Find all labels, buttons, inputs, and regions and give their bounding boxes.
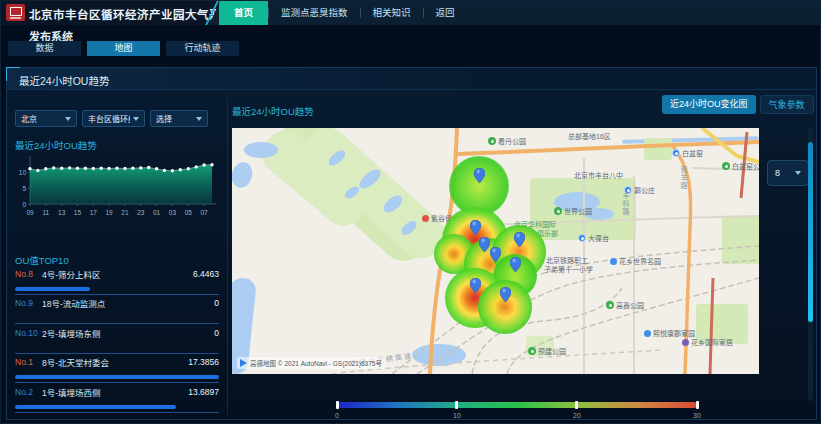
- legend-tick-label: 0: [335, 412, 339, 419]
- station-select-value: 选择: [156, 113, 172, 124]
- publish-tab-1[interactable]: 数据: [8, 41, 81, 56]
- panel-title: 最近24小时OU趋势: [19, 73, 109, 88]
- ou-value: 17.3856: [188, 357, 219, 367]
- svg-text:09: 09: [26, 209, 34, 216]
- main-panel: 最近24小时OU趋势 北京 丰台区循环经济产 选择 最近24小时OU趋势 051…: [6, 67, 817, 420]
- legend-gradient-bar: [337, 402, 697, 408]
- city-select-value: 北京: [21, 113, 37, 124]
- publish-tab-3[interactable]: 行动轨迹: [166, 41, 239, 56]
- vertical-divider: [227, 98, 228, 415]
- svg-text:11: 11: [42, 209, 49, 216]
- station-select[interactable]: 选择: [150, 110, 208, 127]
- chevron-down-icon: [65, 117, 71, 121]
- district-select[interactable]: 丰台区循环经济产: [82, 110, 145, 127]
- chevron-down-icon: [196, 117, 202, 121]
- scrollbar[interactable]: [808, 142, 813, 322]
- hour-select-value: 8: [775, 168, 780, 178]
- publish-tab-2[interactable]: 地图: [87, 41, 160, 56]
- app-logo-icon: [6, 4, 25, 21]
- left-sidebar: 北京 丰台区循环经济产 选择 最近24小时OU趋势 05100911131517…: [10, 98, 224, 418]
- nav-item-4[interactable]: 返回: [424, 1, 467, 25]
- legend-tick-label: 20: [573, 412, 581, 419]
- svg-text:19: 19: [106, 209, 114, 216]
- map-section-title: 最近24小时OU趋势: [232, 104, 314, 118]
- top-list-item: No.84号-筛分上料区6.4463: [15, 268, 219, 298]
- svg-text:21: 21: [121, 209, 129, 216]
- map-buttons: 近24小时OU变化图 气象参数: [662, 95, 814, 114]
- top-list-row: No.918号-流动监测点0: [15, 298, 219, 309]
- list-divider: [15, 294, 219, 295]
- map-marker-pin[interactable]: [470, 278, 481, 297]
- svg-text:05: 05: [185, 209, 193, 216]
- heatmap-layer: [232, 128, 759, 374]
- ou-value: 0: [214, 298, 219, 308]
- map-marker-pin[interactable]: [474, 168, 485, 187]
- value-bar: [15, 375, 219, 379]
- legend-tick: [336, 401, 339, 409]
- chevron-down-icon: [795, 171, 801, 175]
- station-label: 2号-填埋场东侧: [42, 327, 214, 339]
- map-canvas[interactable]: 看丹公园总部基地16区白盆窑白盆窑公园北京市丰台八中郭公庄世界公园北京华科国际高…: [232, 128, 759, 374]
- svg-text:13: 13: [58, 209, 66, 216]
- legend-tick: [696, 401, 699, 409]
- nav-item-1[interactable]: 首页: [219, 1, 268, 25]
- filter-bar: 北京 丰台区循环经济产 选择: [15, 110, 208, 127]
- rank-label: No.10: [15, 328, 42, 338]
- rank-label: No.2: [15, 387, 42, 397]
- svg-text:15: 15: [74, 209, 82, 216]
- top-list-row: No.21号-填埋场西侧13.6897: [15, 386, 219, 397]
- map-marker-pin[interactable]: [490, 247, 501, 266]
- ou-value: 0: [214, 328, 219, 338]
- top-list-item: No.102号-填埋场东侧0: [15, 327, 219, 357]
- top-list: No.84号-筛分上料区6.4463No.918号-流动监测点0No.102号-…: [15, 268, 219, 416]
- list-divider: [15, 412, 219, 413]
- station-label: 18号-流动监测点: [42, 297, 214, 309]
- top-nav: 首页监测点恶臭指数相关知识返回: [209, 1, 820, 25]
- publish-tabs: 数据地图行动轨迹: [8, 41, 239, 56]
- trend-chart-svg: 0510091113151719212301030507: [12, 150, 220, 230]
- legend-tick-label: 30: [693, 412, 701, 419]
- value-bar: [15, 405, 176, 409]
- nav-item-3[interactable]: 相关知识: [361, 1, 423, 25]
- station-label: 8号-北天堂村委会: [42, 356, 188, 368]
- map-marker-pin[interactable]: [500, 287, 511, 306]
- top-list-row: No.84号-筛分上料区6.4463: [15, 268, 219, 279]
- list-divider: [15, 382, 219, 383]
- city-select[interactable]: 北京: [15, 110, 77, 127]
- top-list-item: No.21号-填埋场西侧13.6897: [15, 386, 219, 416]
- top-list-row: No.18号-北天堂村委会17.3856: [15, 357, 219, 368]
- top-list-item: No.918号-流动监测点0: [15, 298, 219, 328]
- station-label: 4号-筛分上料区: [42, 268, 193, 280]
- value-bar: [15, 287, 90, 291]
- top-header: 北京市丰台区循环经济产业园大气恶臭状况实时 首页监测点恶臭指数相关知识返回: [1, 1, 820, 25]
- ou-change-map-button[interactable]: 近24小时OU变化图: [662, 95, 756, 114]
- station-label: 1号-填埋场西侧: [42, 386, 188, 398]
- svg-text:07: 07: [200, 209, 208, 216]
- map-marker-pin[interactable]: [510, 257, 521, 276]
- top-list-item: No.18号-北天堂村委会17.3856: [15, 357, 219, 387]
- rank-label: No.8: [15, 269, 42, 279]
- district-select-value: 丰台区循环经济产: [88, 113, 130, 124]
- chevron-down-icon: [133, 117, 139, 121]
- map-marker-pin[interactable]: [514, 232, 525, 251]
- amap-logo-icon: [240, 359, 247, 367]
- trend-chart: 0510091113151719212301030507: [12, 150, 220, 230]
- svg-text:0: 0: [22, 201, 26, 208]
- rank-label: No.1: [15, 357, 42, 367]
- svg-text:01: 01: [153, 209, 161, 216]
- svg-text:10: 10: [19, 169, 27, 176]
- legend-tick-label: 10: [453, 412, 461, 419]
- panel-header: 最近24小时OU趋势: [7, 68, 816, 90]
- nav-item-2[interactable]: 监测点恶臭指数: [269, 1, 360, 25]
- map-attribution: 高德地图 © 2021 AutoNavi - GS(2021)6375号: [237, 357, 385, 369]
- top-list-title: OU值TOP10: [15, 253, 69, 267]
- list-divider: [15, 323, 219, 324]
- ou-value: 13.6897: [188, 387, 219, 397]
- rank-label: No.9: [15, 298, 42, 308]
- map-marker-pin[interactable]: [479, 237, 490, 256]
- weather-params-button[interactable]: 气象参数: [760, 95, 814, 114]
- svg-text:17: 17: [90, 209, 98, 216]
- hour-select[interactable]: 8: [767, 160, 809, 186]
- list-divider: [15, 353, 219, 354]
- top-list-row: No.102号-填埋场东侧0: [15, 327, 219, 338]
